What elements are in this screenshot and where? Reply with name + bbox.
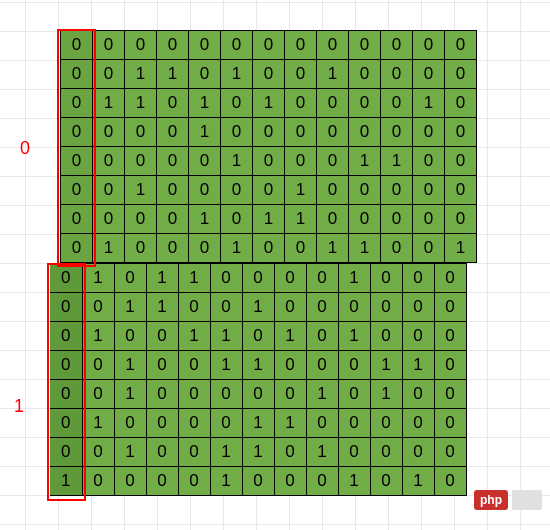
matrix-cell: 0 <box>93 147 125 176</box>
matrix-cell: 0 <box>285 147 317 176</box>
matrix-cell: 0 <box>445 205 477 234</box>
matrix-cell: 1 <box>157 60 189 89</box>
matrix-cell: 0 <box>189 31 221 60</box>
matrix-cell: 0 <box>413 234 445 263</box>
matrix-cell: 0 <box>61 118 93 147</box>
matrix-cell: 0 <box>434 293 466 322</box>
matrix-cell: 0 <box>349 118 381 147</box>
matrix-cell: 1 <box>125 89 157 118</box>
matrix-cell: 0 <box>413 147 445 176</box>
matrix-cell: 0 <box>157 176 189 205</box>
matrix-cell: 1 <box>221 60 253 89</box>
matrix-cell: 0 <box>434 380 466 409</box>
matrix-cell: 0 <box>221 205 253 234</box>
matrix-cell: 0 <box>402 380 434 409</box>
matrix-cell: 0 <box>402 409 434 438</box>
matrix-cell: 0 <box>434 467 466 496</box>
matrix-cell: 0 <box>114 264 146 293</box>
matrix-cell: 0 <box>61 60 93 89</box>
matrix-cell: 1 <box>125 176 157 205</box>
matrix-cell: 1 <box>114 293 146 322</box>
matrix-cell: 0 <box>82 293 114 322</box>
matrix-cell: 0 <box>221 118 253 147</box>
matrix-cell: 1 <box>114 351 146 380</box>
matrix-cell: 0 <box>50 380 82 409</box>
matrix-cell: 0 <box>381 176 413 205</box>
matrix-cell: 0 <box>381 60 413 89</box>
matrix-cell: 0 <box>285 89 317 118</box>
matrix-cell: 0 <box>306 293 338 322</box>
matrix-cell: 0 <box>157 31 189 60</box>
matrix-cell: 0 <box>61 31 93 60</box>
matrix-cell: 1 <box>242 438 274 467</box>
matrix-cell: 1 <box>381 147 413 176</box>
matrix-cell: 0 <box>370 322 402 351</box>
matrix-cell: 1 <box>210 322 242 351</box>
matrix-cell: 1 <box>349 234 381 263</box>
matrix-cell: 0 <box>413 31 445 60</box>
matrix-cell: 1 <box>114 380 146 409</box>
matrix-cell: 1 <box>146 293 178 322</box>
matrix-cell: 0 <box>125 147 157 176</box>
matrix-cell: 1 <box>242 293 274 322</box>
matrix-cell: 0 <box>189 147 221 176</box>
matrix-cell: 1 <box>370 380 402 409</box>
matrix-table-top: 0000000000000001101001000001101010000100… <box>60 30 477 263</box>
matrix-cell: 0 <box>82 438 114 467</box>
matrix-cell: 0 <box>125 118 157 147</box>
matrix-cell: 1 <box>370 351 402 380</box>
matrix-cell: 0 <box>178 409 210 438</box>
matrix-cell: 0 <box>82 380 114 409</box>
matrix-cell: 0 <box>434 438 466 467</box>
matrix-table-bottom: 0101100001000001100100000001001101010000… <box>50 263 467 496</box>
matrix-cell: 1 <box>146 264 178 293</box>
matrix-cell: 1 <box>338 467 370 496</box>
matrix-cell: 0 <box>242 380 274 409</box>
matrix-cell: 0 <box>306 467 338 496</box>
matrix-cell: 0 <box>146 351 178 380</box>
matrix-cell: 1 <box>338 264 370 293</box>
matrix-cell: 0 <box>253 147 285 176</box>
matrix-cell: 0 <box>445 147 477 176</box>
matrix-cell: 0 <box>253 118 285 147</box>
matrix-cell: 0 <box>50 264 82 293</box>
matrix-cell: 1 <box>338 322 370 351</box>
matrix-cell: 1 <box>285 205 317 234</box>
matrix-cell: 0 <box>189 234 221 263</box>
matrix-cell: 0 <box>434 351 466 380</box>
matrix-cell: 0 <box>402 293 434 322</box>
matrix-cell: 0 <box>189 176 221 205</box>
matrix-cell: 0 <box>317 176 349 205</box>
matrix-cell: 1 <box>189 89 221 118</box>
matrix-cell: 0 <box>285 118 317 147</box>
matrix-cell: 1 <box>274 409 306 438</box>
matrix-cell: 0 <box>157 147 189 176</box>
matrix-cell: 0 <box>434 322 466 351</box>
matrix-cell: 0 <box>402 264 434 293</box>
matrix-cell: 0 <box>50 438 82 467</box>
matrix-cell: 0 <box>178 293 210 322</box>
matrix-cell: 0 <box>114 322 146 351</box>
matrix-cell: 0 <box>306 264 338 293</box>
matrix-cell: 0 <box>274 264 306 293</box>
matrix-cell: 0 <box>445 89 477 118</box>
matrix-cell: 0 <box>434 264 466 293</box>
matrix-cell: 0 <box>381 31 413 60</box>
matrix-cell: 1 <box>445 234 477 263</box>
matrix-cell: 0 <box>242 322 274 351</box>
matrix-cell: 0 <box>210 293 242 322</box>
matrix-cell: 0 <box>210 380 242 409</box>
matrix-cell: 0 <box>370 409 402 438</box>
matrix-cell: 0 <box>221 176 253 205</box>
matrix-cell: 0 <box>178 380 210 409</box>
matrix-cell: 1 <box>178 264 210 293</box>
matrix-cell: 1 <box>114 438 146 467</box>
matrix-cell: 0 <box>285 234 317 263</box>
matrix-cell: 0 <box>61 205 93 234</box>
matrix-cell: 0 <box>317 89 349 118</box>
matrix-cell: 0 <box>221 31 253 60</box>
matrix-cell: 0 <box>381 89 413 118</box>
matrix-cell: 0 <box>253 60 285 89</box>
watermark: php <box>474 490 542 510</box>
matrix-cell: 0 <box>157 89 189 118</box>
